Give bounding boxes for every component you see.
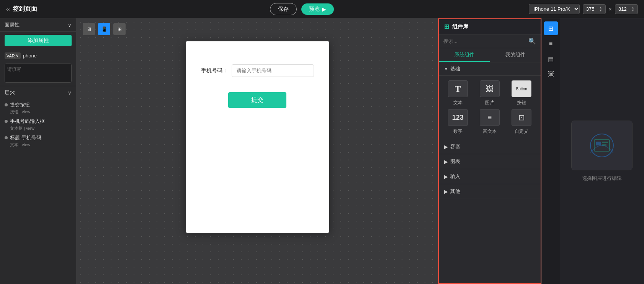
layers-header[interactable]: 层(3) ∨: [0, 86, 76, 99]
comp-panel-header: ⊞ 组件库: [439, 19, 541, 34]
topbar-left: ‹‹ 签到页面: [6, 5, 75, 13]
props-tool-icon: ≡: [549, 40, 552, 47]
phone-input[interactable]: [232, 64, 314, 77]
props-tool-button[interactable]: ≡: [544, 37, 558, 51]
save-button[interactable]: 保存: [270, 3, 297, 15]
layer-name-1: 手机号码输入框: [5, 118, 72, 125]
comp-label-richtext: 富文本: [483, 128, 497, 135]
height-down[interactable]: ▼: [631, 9, 634, 12]
main-area: 面属性 ∨ 添加属性 VAR ∨ phone 层(3) ∨ 提交按钮 按钮 | …: [0, 18, 644, 284]
right-side-panel: ⊞ ≡ ▤ 🖼: [541, 18, 560, 284]
phone-form-row: 手机号码：: [201, 64, 314, 77]
comp-section-container[interactable]: ▶ 容器: [439, 139, 541, 154]
comp-item-richtext[interactable]: ≡ 富文本: [475, 109, 504, 135]
layer-item[interactable]: 手机号码输入框 文本框 | view: [0, 116, 76, 132]
canvas-area: 🖥 📱 ⊞ 手机号码： 提交: [77, 18, 438, 284]
comp-item-button[interactable]: Button 按钮: [507, 80, 536, 106]
comp-label-image: 图片: [485, 100, 494, 106]
attr-name: phone: [23, 53, 37, 59]
layer-sub-0: 按钮 | view: [5, 109, 72, 115]
preview-button[interactable]: 预览 ▶: [301, 3, 334, 15]
attr-badge: VAR ∨: [5, 52, 21, 59]
layers-tool-button[interactable]: ▤: [544, 52, 558, 66]
layer-sub-1: 文本框 | view: [5, 126, 72, 131]
svg-rect-2: [596, 142, 601, 145]
attributes-header[interactable]: 面属性 ∨: [0, 18, 76, 32]
attr-chevron: ∨: [16, 53, 19, 58]
attributes-label: 面属性: [5, 21, 20, 28]
desktop-view-button[interactable]: 🖥: [83, 23, 95, 35]
back-icon[interactable]: ‹‹: [6, 6, 10, 12]
add-attr-button[interactable]: 添加属性: [5, 35, 72, 46]
comp-search-input[interactable]: [443, 38, 526, 44]
topbar-center: 保存 预览 ▶: [80, 3, 524, 15]
section-label-input: 输入: [450, 173, 460, 180]
height-input[interactable]: 812 ▲ ▼: [615, 4, 638, 14]
layer-sub-2: 文本 | view: [5, 142, 72, 148]
layer-name-2: 标题-手机号码: [5, 134, 72, 141]
section-arrow-container: ▶: [444, 144, 448, 150]
comp-section-input[interactable]: ▶ 输入: [439, 169, 541, 184]
section-arrow-basic: ▼: [444, 67, 448, 71]
comp-item-number[interactable]: 123 数字: [443, 109, 472, 135]
comp-item-text[interactable]: T 文本: [443, 80, 472, 106]
components-tool-button[interactable]: ⊞: [544, 21, 558, 35]
comp-item-custom[interactable]: ⊡ 自定义: [507, 109, 536, 135]
phone-view-button[interactable]: 📱: [98, 23, 110, 35]
comp-section-other[interactable]: ▶ 其他: [439, 184, 541, 199]
comp-label-number: 数字: [453, 128, 463, 135]
search-icon[interactable]: 🔍: [528, 38, 536, 45]
phone-label: 手机号码：: [201, 67, 228, 74]
comp-item-image[interactable]: 🖼 图片: [475, 80, 504, 106]
richtext-component-icon: ≡: [480, 109, 500, 126]
comp-panel-title: 组件库: [452, 23, 468, 30]
layer-item[interactable]: 标题-手机号码 文本 | view: [0, 132, 76, 149]
assets-tool-button[interactable]: 🖼: [544, 67, 558, 81]
button-component-icon: Button: [512, 80, 531, 97]
section-arrow-other: ▶: [444, 189, 448, 194]
canvas-toolbar: 🖥 📱 ⊞: [83, 23, 126, 35]
svg-rect-3: [602, 142, 608, 143]
components-tool-icon: ⊞: [548, 25, 553, 32]
comp-label-button: 按钮: [517, 100, 526, 106]
height-arrows[interactable]: ▲ ▼: [631, 6, 634, 12]
comp-panel-icon: ⊞: [444, 23, 449, 30]
comp-grid-basic: T 文本 🖼 图片 Button 按钮 123 数字: [439, 76, 541, 139]
preview-hint: 选择图层进行编辑: [582, 175, 622, 182]
component-panel: ⊞ 组件库 🔍 系统组件 我的组件 ▼ 基础 T 文本: [438, 18, 541, 284]
section-label-basic: 基础: [450, 65, 460, 72]
device-select[interactable]: iPhone 11 Pro/X: [529, 4, 580, 14]
comp-section-chart[interactable]: ▶ 图表: [439, 154, 541, 169]
attr-textarea[interactable]: [5, 64, 72, 83]
comp-section-basic: ▼ 基础 T 文本 🖼 图片 Button 按钮: [439, 62, 541, 139]
layer-item[interactable]: 提交按钮 按钮 | view: [0, 99, 76, 116]
width-arrows[interactable]: ▲ ▼: [599, 6, 602, 12]
layers-tool-icon: ▤: [548, 55, 554, 63]
layer-name-0: 提交按钮: [5, 101, 72, 108]
width-down[interactable]: ▼: [599, 9, 602, 12]
left-panel: 面属性 ∨ 添加属性 VAR ∨ phone 层(3) ∨ 提交按钮 按钮 | …: [0, 18, 77, 284]
section-arrow-input: ▶: [444, 174, 448, 180]
layers-list: 提交按钮 按钮 | view 手机号码输入框 文本框 | view 标题-手机号…: [0, 99, 76, 149]
grid-view-button[interactable]: ⊞: [113, 23, 126, 35]
width-input[interactable]: 375 ▲ ▼: [583, 4, 606, 14]
comp-label-text: 文本: [453, 100, 463, 106]
submit-button[interactable]: 提交: [228, 92, 286, 108]
layer-dot-0: [5, 103, 8, 106]
layer-dot-2: [5, 136, 8, 139]
layer-dot-1: [5, 120, 8, 123]
tab-system-components[interactable]: 系统组件: [439, 48, 490, 62]
tab-my-components[interactable]: 我的组件: [490, 48, 541, 62]
phone-frame: 手机号码： 提交: [186, 41, 329, 233]
comp-tabs: 系统组件 我的组件: [439, 48, 541, 62]
far-right-panel: 选择图层进行编辑: [560, 18, 644, 284]
topbar: ‹‹ 签到页面 保存 预览 ▶ iPhone 11 Pro/X 375 ▲ ▼ …: [0, 0, 644, 18]
comp-section-basic-header[interactable]: ▼ 基础: [439, 62, 541, 76]
attr-item: VAR ∨ phone: [0, 49, 76, 62]
section-arrow-chart: ▶: [444, 159, 448, 165]
assets-tool-icon: 🖼: [548, 71, 554, 78]
number-component-icon: 123: [448, 109, 468, 126]
section-label-container: 容器: [450, 143, 460, 150]
image-component-icon: 🖼: [480, 80, 500, 97]
page-title: 签到页面: [13, 5, 37, 13]
